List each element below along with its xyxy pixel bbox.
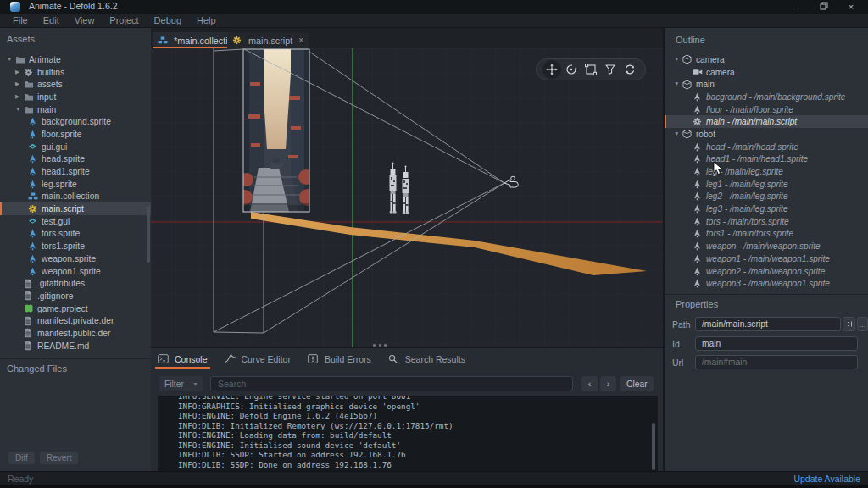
diff-button[interactable]: Diff [8,452,35,464]
filter-dropdown[interactable]: Filter ▼ [159,376,203,391]
scene-viewport[interactable] [151,48,663,347]
file-icon [24,316,36,326]
tree-item-head1[interactable]: head1 - /main/head1.sprite [665,153,868,166]
tree-item-main[interactable]: ▼main [665,78,868,91]
tree-item-main[interactable]: ▼main [0,103,151,116]
chevron-right-icon[interactable]: ▶ [15,94,24,100]
tree-item-main.script[interactable]: main.script [0,202,151,215]
tree-item-gui.gui[interactable]: gui.gui [0,141,151,153]
refresh-tool-button[interactable] [620,60,639,79]
tree-item-weapon1[interactable]: weapon1 - /main/weapon1.sprite [665,252,868,265]
tree-item-manifest.public.der[interactable]: manifest.public.der [0,327,151,340]
tree-item-main.collection[interactable]: main.collection [0,191,151,203]
tree-item-weapon1.sprite[interactable]: weapon1.sprite [0,265,151,278]
console-tab-build-errors[interactable]: Build Errors [308,350,371,368]
tree-item-head.sprite[interactable]: head.sprite [0,153,151,166]
menu-file[interactable]: File [5,15,36,25]
tree-item-input[interactable]: ▶input [0,91,151,103]
tree-item-head1.sprite[interactable]: head1.sprite [0,165,151,178]
console-search-input[interactable] [210,376,573,391]
sprite-icon [28,154,41,164]
cube-icon [682,129,695,139]
chevron-down-icon[interactable]: ▼ [7,57,15,63]
tree-item-bacground[interactable]: bacground - /main/background.sprite [665,91,868,103]
chevron-down-icon[interactable]: ▼ [15,107,24,113]
tree-item-camera[interactable]: ▼camera [665,53,868,66]
chevron-down-icon[interactable]: ▼ [674,81,682,87]
tree-item-robot[interactable]: ▼robot [665,128,868,141]
background-sprite-image[interactable] [237,49,316,212]
menu-view[interactable]: View [67,15,103,25]
sprite-o-icon [693,142,705,152]
chevron-right-icon[interactable]: ▶ [15,69,24,75]
console-tab-search-results[interactable]: Search Results [388,350,465,368]
tree-item-leg[interactable]: leg - /main/leg.sprite [665,165,868,178]
filter-tool-button[interactable] [601,60,620,79]
tree-item-animate[interactable]: ▼Animate [0,53,151,66]
pane-splitter-handle[interactable] [373,344,390,347]
search-next-button[interactable]: › [600,376,616,391]
tree-item-leg2[interactable]: leg2 - /main/leg.sprite [665,191,868,203]
tree-item-assets[interactable]: ▶assets [0,78,151,91]
tree-item-main[interactable]: main - /main/main.script [665,115,868,128]
tree-item-tors.sprite[interactable]: tors.sprite [0,228,151,241]
tree-item-weapon2[interactable]: weapon2 - /main/weapon.sprite [665,265,868,278]
console-scrollbar[interactable] [652,423,655,470]
tree-item-background.sprite[interactable]: background.sprite [0,115,151,128]
tree-item-floor[interactable]: floor - /main/floor.sprite [665,103,868,116]
tree-item-camera[interactable]: camera [665,66,868,79]
tree-item-game.project[interactable]: game.project [0,302,151,315]
move-tool-button[interactable] [542,60,561,79]
revert-button[interactable]: Revert [40,452,78,464]
editor-center-pane: *main.collection×main.script× [151,28,663,471]
tree-item-.gitattributes[interactable]: .gitattributes [0,277,151,290]
console-tab-console[interactable]: Console [158,350,208,368]
tree-item-floor.sprite[interactable]: floor.sprite [0,128,151,141]
tree-item-builtins[interactable]: ▶builtins [0,66,151,79]
tree-item-test.gui[interactable]: test.gui [0,215,151,228]
menu-help[interactable]: Help [189,15,224,25]
tree-item-manifest.private.der[interactable]: manifest.private.der [0,314,151,327]
sprite-icon [28,241,41,251]
console-tab-curve-editor[interactable]: Curve Editor [225,350,291,368]
open-resource-button[interactable] [843,317,855,331]
search-prev-button[interactable]: ‹ [581,376,598,391]
update-available-link[interactable]: Update Available [793,474,860,484]
menu-debug[interactable]: Debug [147,15,189,25]
tree-item-label: weapon1.sprite [42,267,101,276]
tree-item-label: leg1 - /main/leg.sprite [706,180,788,189]
minimize-button[interactable]: – [787,0,806,14]
console-log[interactable]: INFO:SERVICE: Engine service started on … [158,396,658,472]
tree-item-leg1[interactable]: leg1 - /main/leg.sprite [665,178,868,191]
tree-item-leg3[interactable]: leg3 - /main/leg.sprite [665,202,868,215]
chevron-down-icon[interactable]: ▼ [674,131,682,137]
tree-item-leg.sprite[interactable]: leg.sprite [0,178,151,191]
tree-item-weapon[interactable]: weapon - /main/weapon.sprite [665,240,868,252]
sprite-o-icon [693,217,705,226]
rotate-tool-button[interactable] [562,60,581,79]
url-field[interactable]: /main#main [695,355,858,369]
id-field[interactable]: main [695,336,858,351]
tree-item-head[interactable]: head - /main/head.sprite [665,141,868,153]
tree-item-weapon3[interactable]: weapon3 - /main/weapon1.sprite [665,277,868,290]
close-tab-icon[interactable]: × [298,36,303,45]
tree-item-weapon.sprite[interactable]: weapon.sprite [0,252,151,265]
browse-resource-button[interactable]: … [857,317,868,331]
assets-scrollbar[interactable] [147,206,150,263]
clear-console-button[interactable]: Clear [620,376,654,391]
tree-item-tors[interactable]: tors - /main/tors.sprite [665,215,868,228]
chevron-down-icon[interactable]: ▼ [674,57,682,63]
editor-tab-main.script[interactable]: main.script× [227,32,309,48]
sprite-icon [28,130,41,139]
tree-item-readme.md[interactable]: README.md [0,340,151,352]
menu-edit[interactable]: Edit [36,15,67,25]
chevron-right-icon[interactable]: ▶ [15,81,24,87]
tree-item-.gitignore[interactable]: .gitignore [0,290,151,302]
tree-item-tors1[interactable]: tors1 - /main/tors.sprite [665,228,868,241]
path-field[interactable]: /main/main.script [695,317,841,331]
tree-item-tors1.sprite[interactable]: tors1.sprite [0,240,151,252]
close-button[interactable]: × [842,0,860,14]
scale-tool-button[interactable] [581,60,600,79]
menu-project[interactable]: Project [102,15,146,25]
restore-button[interactable] [815,0,833,14]
